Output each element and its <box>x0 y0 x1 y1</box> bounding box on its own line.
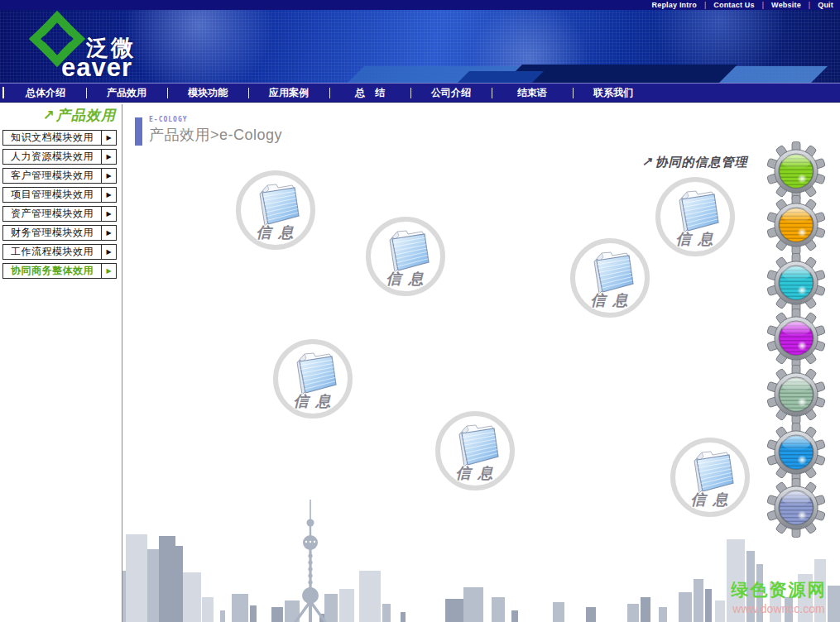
topbar-link[interactable]: Website <box>771 1 801 9</box>
logo-text-en: eaver <box>61 53 132 83</box>
folder-label: 信 息 <box>575 290 645 310</box>
main-nav: 总体介绍 产品效用 模块功能 应用案例 总 结 公司介绍 结束语 联系我们 <box>0 84 840 102</box>
folder-label: 信 息 <box>278 391 348 411</box>
topbar-separator: | <box>704 1 706 9</box>
folder-label: 信 息 <box>371 269 440 289</box>
header-banner: 泛微 eaver Replay Intro|Contact Us|Website… <box>0 0 840 83</box>
topbar-links: Replay Intro|Contact Us|Website|Quit <box>0 0 840 10</box>
banner-decor-dark-2 <box>458 71 544 83</box>
info-folder-node[interactable]: 信 息 <box>655 177 735 256</box>
page-title: 产品效用>e-Cology <box>149 125 282 145</box>
title-eyebrow: E-COLOGY <box>149 116 282 123</box>
nav-item-label: 模块功能 <box>188 86 228 100</box>
nav-item[interactable]: 结束语 <box>492 84 573 102</box>
watermark-site: 绿色资源网 <box>717 578 840 601</box>
nav-item-label: 应用案例 <box>269 86 309 100</box>
nav-item[interactable]: 产品效用 <box>86 84 167 102</box>
sidebar-heading: ↗产品效用 <box>0 106 122 125</box>
nav-item-label: 联系我们 <box>593 86 633 100</box>
page: 泛微 eaver Replay Intro|Contact Us|Website… <box>0 0 840 622</box>
info-folder-node[interactable]: 信 息 <box>570 238 650 318</box>
sidebar-item-arrow-box: ▶ <box>101 245 116 259</box>
nav-item[interactable]: 公司介绍 <box>410 84 492 102</box>
sidebar-item[interactable]: 资产管理模块效用 ▶ <box>2 206 117 222</box>
info-folder-node[interactable]: 信 息 <box>366 217 445 296</box>
nav-item[interactable]: 应用案例 <box>248 84 329 102</box>
northeast-arrow-icon: ↗ <box>641 155 653 169</box>
sidebar-item[interactable]: 财务管理模块效用 ▶ <box>2 225 117 241</box>
sidebar-item-label: 财务管理模块效用 <box>3 226 101 240</box>
title-accent-bar <box>135 117 142 146</box>
sidebar-item[interactable]: 客户管理模块效用 ▶ <box>2 168 117 184</box>
weaver-logo: 泛微 eaver <box>18 5 200 83</box>
sidebar-item-arrow-box: ▶ <box>101 150 116 164</box>
sidebar-item-label: 协同商务整体效用 <box>3 264 101 278</box>
nav-item[interactable]: 模块功能 <box>167 84 248 102</box>
topbar-separator: | <box>762 1 764 9</box>
northeast-arrow-icon: ↗ <box>43 108 55 123</box>
gear-icon-periwinkle <box>766 478 826 538</box>
info-folder-node[interactable]: 信 息 <box>670 438 750 517</box>
sidebar-item-arrow-box: ▶ <box>101 169 116 183</box>
sidebar: ↗产品效用 知识文档模块效用 ▶ 人力资源模块效用 ▶ 客户管理模块效用 ▶ 项… <box>0 106 122 282</box>
sidebar-list: 知识文档模块效用 ▶ 人力资源模块效用 ▶ 客户管理模块效用 ▶ 项目管理模块效… <box>0 130 122 279</box>
sidebar-item-label: 资产管理模块效用 <box>3 207 101 221</box>
watermark: 绿色资源网 www.downcc.com <box>717 578 840 615</box>
main-navbar: 总体介绍 产品效用 模块功能 应用案例 总 结 公司介绍 结束语 联系我们 <box>0 83 840 103</box>
info-folder-node[interactable]: 信 息 <box>236 170 315 250</box>
folder-label: 信 息 <box>241 222 310 242</box>
nav-item[interactable]: 联系我们 <box>573 84 654 102</box>
sidebar-item-label: 工作流程模块效用 <box>3 245 101 259</box>
right-arrow-icon: ▶ <box>106 134 111 141</box>
sidebar-item[interactable]: 人力资源模块效用 ▶ <box>2 149 117 165</box>
topbar-link[interactable]: Quit <box>818 1 833 9</box>
right-arrow-icon: ▶ <box>106 191 111 199</box>
info-folder-node[interactable]: 信 息 <box>273 339 353 419</box>
nav-item-label: 公司介绍 <box>431 86 471 100</box>
page-title-block: E-COLOGY 产品效用>e-Cology <box>135 116 282 146</box>
sidebar-item[interactable]: 工作流程模块效用 ▶ <box>2 244 117 260</box>
right-arrow-icon: ▶ <box>106 153 111 160</box>
sidebar-divider <box>122 104 122 622</box>
gear-icon-sage <box>766 365 826 424</box>
right-arrow-icon: ▶ <box>106 229 111 237</box>
sidebar-item-label: 人力资源模块效用 <box>3 150 101 164</box>
info-folder-node[interactable]: 信 息 <box>435 411 515 490</box>
right-arrow-icon: ▶ <box>106 248 111 256</box>
gear-icon-blue <box>766 423 826 482</box>
nav-item[interactable]: 总 结 <box>329 84 410 102</box>
right-arrow-icon: ▶ <box>106 210 111 218</box>
annotation-label: 协同的信息管理 <box>655 155 748 169</box>
sidebar-heading-label: 产品效用 <box>56 108 116 123</box>
sidebar-item-arrow-box: ▶ <box>101 207 116 221</box>
gear-icon-magenta <box>766 309 826 368</box>
right-arrow-icon: ▶ <box>106 172 111 179</box>
right-arrow-icon: ▶ <box>106 267 111 275</box>
sidebar-item[interactable]: 协同商务整体效用 ▶ <box>2 263 117 279</box>
gear-icon-cyan <box>766 253 826 313</box>
nav-item-label: 产品效用 <box>107 86 146 100</box>
topbar-separator: | <box>809 1 810 9</box>
nav-item-label: 总体介绍 <box>26 86 65 100</box>
nav-item-label: 结束语 <box>517 86 547 100</box>
topbar-link[interactable]: Replay Intro <box>651 1 696 9</box>
sidebar-item-label: 客户管理模块效用 <box>3 169 101 183</box>
annotation-collab-info: ↗协同的信息管理 <box>641 155 748 170</box>
folder-label: 信 息 <box>660 229 730 249</box>
folder-label: 信 息 <box>675 490 745 510</box>
nav-item[interactable]: 总体介绍 <box>5 84 86 102</box>
sidebar-item[interactable]: 知识文档模块效用 ▶ <box>2 130 117 146</box>
topbar-link[interactable]: Contact Us <box>713 1 755 9</box>
sidebar-item-arrow-box: ▶ <box>101 226 116 240</box>
sidebar-item[interactable]: 项目管理模块效用 ▶ <box>2 187 117 203</box>
nav-item-label: 总 结 <box>355 86 385 100</box>
folder-label: 信 息 <box>440 463 510 483</box>
sidebar-item-arrow-box: ▶ <box>101 188 116 202</box>
gear-icon-green <box>766 141 826 201</box>
gear-icon-orange <box>766 195 826 255</box>
title-texts: E-COLOGY 产品效用>e-Cology <box>149 116 282 146</box>
sidebar-item-arrow-box: ▶ <box>101 131 116 145</box>
sidebar-item-arrow-box: ▶ <box>101 264 116 278</box>
sidebar-item-label: 知识文档模块效用 <box>3 131 101 145</box>
watermark-url: www.downcc.com <box>717 602 840 615</box>
